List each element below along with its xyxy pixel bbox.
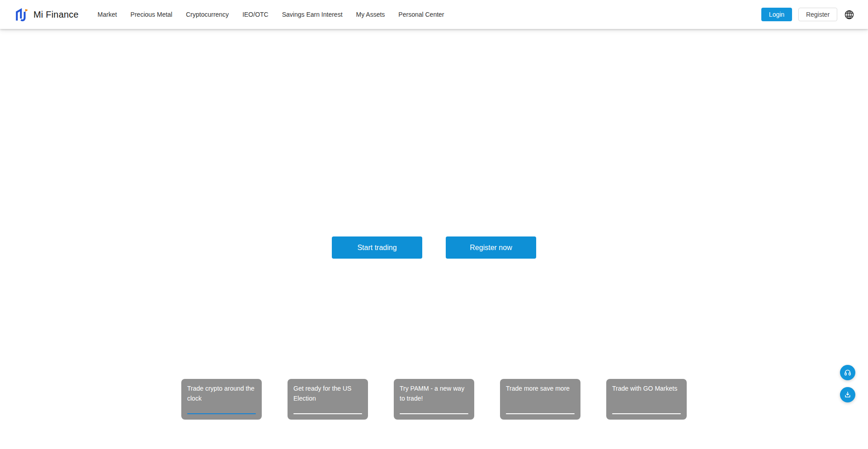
app-download-button[interactable] (840, 387, 855, 402)
headset-icon (844, 369, 852, 377)
globe-icon[interactable] (844, 9, 854, 20)
promo-card-trade-more[interactable]: Trade more save more (500, 379, 580, 420)
hero-actions: Start trading Register now (0, 236, 868, 259)
promo-card-us-election[interactable]: Get ready for the US Election (288, 379, 368, 420)
nav-item-cryptocurrency[interactable]: Cryptocurrency (186, 11, 229, 18)
promo-card-go-markets[interactable]: Trade with GO Markets (606, 379, 687, 420)
top-navigation-bar: Mi Finance Market Precious Metal Cryptoc… (0, 0, 868, 29)
header-actions: Login Register (761, 8, 854, 21)
promo-card-trade-crypto[interactable]: Trade crypto around the clock (181, 379, 262, 420)
promo-card-underline (400, 413, 468, 414)
customer-support-button[interactable] (840, 365, 855, 380)
promo-card-text: Trade more save more (506, 383, 575, 393)
promo-card-underline (612, 413, 681, 414)
promo-card-underline (187, 413, 256, 414)
login-button[interactable]: Login (761, 8, 792, 21)
promo-card-text: Trade crypto around the clock (187, 383, 256, 403)
nav-item-savings-earn-interest[interactable]: Savings Earn Interest (282, 11, 343, 18)
nav-item-my-assets[interactable]: My Assets (356, 11, 385, 18)
nav-item-personal-center[interactable]: Personal Center (398, 11, 444, 18)
register-button[interactable]: Register (798, 8, 837, 21)
mi-finance-logo-icon (14, 6, 28, 23)
brand[interactable]: Mi Finance (14, 6, 79, 23)
nav-item-market[interactable]: Market (98, 11, 117, 18)
brand-name: Mi Finance (33, 9, 79, 20)
promo-card-pamm[interactable]: Try PAMM - a new way to trade! (394, 379, 474, 420)
promo-card-text: Get ready for the US Election (293, 383, 362, 403)
main-nav: Market Precious Metal Cryptocurrency IEO… (98, 11, 444, 18)
promo-card-underline (293, 413, 362, 414)
promo-card-text: Trade with GO Markets (612, 383, 681, 393)
register-now-button[interactable]: Register now (446, 236, 536, 259)
promo-card-row: Trade crypto around the clock Get ready … (0, 379, 868, 420)
promo-card-text: Try PAMM - a new way to trade! (400, 383, 468, 403)
start-trading-button[interactable]: Start trading (332, 236, 422, 259)
nav-item-ieo-otc[interactable]: IEO/OTC (242, 11, 269, 18)
promo-card-underline (506, 413, 575, 414)
download-icon (844, 391, 852, 399)
nav-item-precious-metal[interactable]: Precious Metal (131, 11, 173, 18)
